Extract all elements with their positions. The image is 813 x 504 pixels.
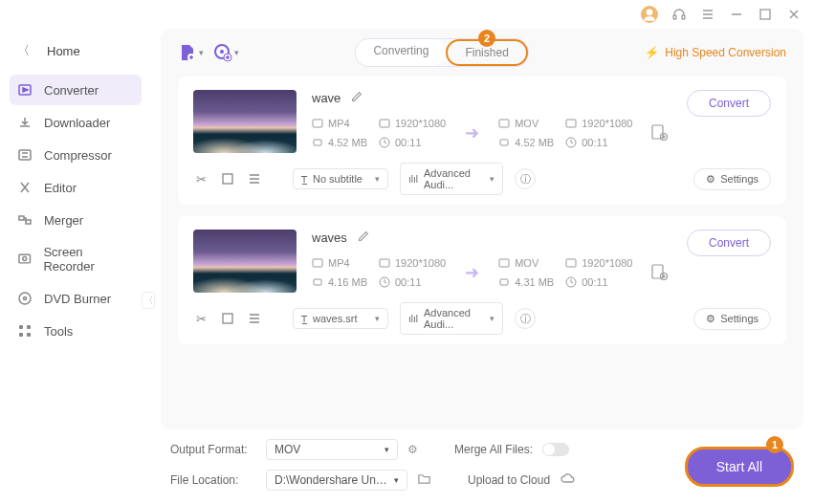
trim-icon[interactable]: ✂ [193,171,209,186]
in-format: MP4 [328,257,350,269]
svg-rect-43 [380,259,389,267]
menu-icon[interactable] [700,7,715,22]
subtitle-value: No subtitle [313,173,363,185]
in-res: 1920*1080 [395,118,446,129]
back-icon: 〈 [17,42,30,59]
merger-icon [17,212,33,228]
chevron-down-icon: ▾ [490,314,494,323]
svg-rect-1 [673,15,676,19]
rename-icon[interactable] [357,230,370,246]
compressor-icon [17,147,33,163]
file-location-value: D:\Wondershare UniConverter 1 [275,473,388,487]
upload-label: Upload to Cloud [468,473,550,487]
audio-dropdown[interactable]: ılılAdvanced Audi...▾ [400,163,503,195]
start-all-label: Start All [716,459,762,474]
video-thumbnail[interactable] [193,230,297,293]
sidebar-item-dvd-burner[interactable]: DVD Burner [10,283,142,314]
crop-icon[interactable] [220,311,235,326]
duration-icon [565,137,577,148]
effects-icon[interactable] [247,311,262,326]
subtitle-dropdown[interactable]: T̲No subtitle▾ [293,168,388,189]
svg-rect-22 [27,333,31,337]
size-icon [498,137,510,148]
edit-output-icon[interactable] [649,122,669,143]
high-speed-link[interactable]: ⚡ High Speed Conversion [645,46,786,59]
convert-button[interactable]: Convert [687,230,771,256]
dvd-burner-icon [17,291,33,306]
sidebar-item-label: Tools [44,324,73,339]
gear-icon: ⚙ [706,173,715,186]
headset-icon[interactable] [671,7,687,22]
home-link[interactable]: 〈 Home [10,36,142,65]
format-icon [312,257,323,269]
info-icon[interactable]: ⓘ [515,308,536,329]
audio-dropdown[interactable]: ılılAdvanced Audi...▾ [400,302,503,335]
svg-rect-2 [682,15,685,19]
open-folder-icon[interactable] [417,471,431,489]
sidebar-collapse-handle[interactable]: 〈 [142,292,155,309]
subtitle-dropdown[interactable]: T̲waves.srt▾ [293,308,388,329]
output-settings-icon[interactable]: ⚙ [407,443,418,456]
sidebar-item-merger[interactable]: Merger [10,205,142,235]
close-icon[interactable] [786,7,802,22]
merge-label: Merge All Files: [454,443,533,456]
resolution-icon [379,118,390,129]
tab-converting[interactable]: Converting [356,39,446,66]
sidebar-item-converter[interactable]: Converter [10,75,142,105]
chevron-down-icon: ▾ [385,445,389,454]
edit-output-icon[interactable] [649,262,669,283]
audio-value: Advanced Audi... [424,307,484,330]
tab-finished[interactable]: Finished 2 [446,39,527,66]
tools-icon [17,323,33,339]
start-all-button[interactable]: Start All 1 [685,447,794,487]
file-location-dropdown[interactable]: D:\Wondershare UniConverter 1▾ [266,470,407,491]
merge-toggle[interactable] [542,443,569,456]
add-file-button[interactable]: ▾ [178,43,204,62]
step-badge-1: 1 [766,436,783,453]
sidebar-item-label: Compressor [44,148,112,163]
gear-icon: ⚙ [706,313,715,325]
effects-icon[interactable] [247,171,262,186]
high-speed-label: High Speed Conversion [665,46,786,59]
info-icon[interactable]: ⓘ [515,168,536,189]
cloud-icon[interactable] [560,471,575,490]
svg-rect-45 [499,259,509,267]
file-card: waves MP4 4.16 MB 1920*1080 00:11 [178,216,786,344]
output-format-dropdown[interactable]: MOV▾ [266,439,398,460]
sidebar-item-label: DVD Burner [44,292,111,306]
svg-rect-13 [19,216,24,220]
svg-rect-33 [566,120,576,127]
crop-icon[interactable] [220,171,235,186]
sidebar-item-downloader[interactable]: Downloader [10,107,142,138]
add-dvd-button[interactable]: ▾ [213,43,239,62]
avatar-icon[interactable] [641,6,658,23]
sidebar-item-compressor[interactable]: Compressor [10,140,142,170]
minimize-icon[interactable] [729,7,744,22]
step-badge-2: 2 [478,30,495,47]
video-thumbnail[interactable] [193,90,297,153]
sidebar-item-screen-recorder[interactable]: Screen Recorder [10,237,142,281]
format-icon [498,257,510,269]
maximize-icon[interactable] [758,7,773,22]
sidebar-item-editor[interactable]: Editor [10,172,142,203]
svg-point-0 [647,9,653,15]
file-name: waves [312,230,347,245]
bolt-icon: ⚡ [645,46,659,59]
sidebar-item-tools[interactable]: Tools [10,316,142,346]
trim-icon[interactable]: ✂ [193,311,209,326]
settings-button[interactable]: ⚙Settings [693,308,771,330]
toolbar: ▾ ▾ Converting Finished 2 ⚡ [178,38,786,67]
size-icon [498,276,510,288]
convert-button[interactable]: Convert [687,90,771,117]
resolution-icon [565,118,577,129]
chevron-down-icon: ▾ [394,475,399,485]
rename-icon[interactable] [350,90,363,106]
chevron-down-icon: ▾ [199,48,204,57]
settings-button[interactable]: ⚙Settings [693,168,771,190]
svg-marker-11 [23,88,28,92]
svg-rect-28 [314,140,321,145]
subtitle-value: waves.srt [313,313,357,324]
titlebar [0,0,813,29]
out-dur: 00:11 [582,276,608,288]
svg-rect-27 [313,120,322,127]
